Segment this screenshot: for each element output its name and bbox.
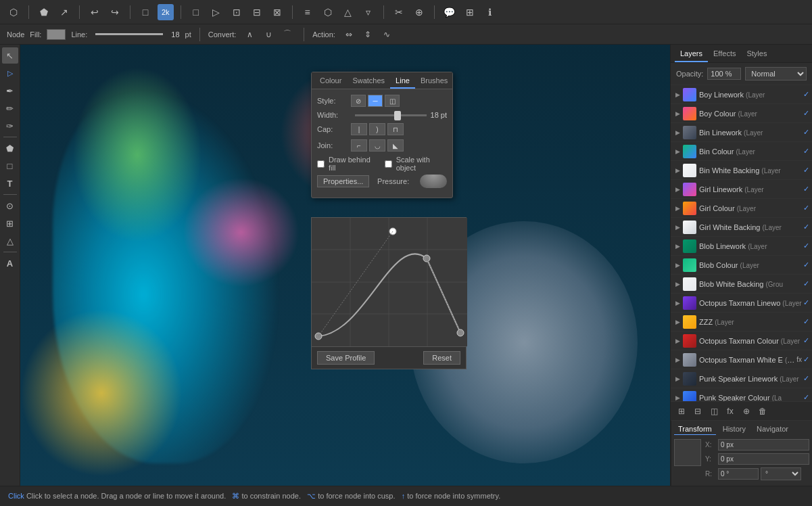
pencil-tool[interactable]: ✑ bbox=[2, 118, 18, 134]
minus-icon[interactable]: ⊟ bbox=[249, 4, 265, 20]
layer-blob-white-backing[interactable]: ▶ Blob White Backing (Grou ✓ bbox=[671, 275, 812, 294]
text-tool[interactable]: T bbox=[2, 175, 18, 191]
plus-icon[interactable]: ⊠ bbox=[269, 4, 285, 20]
expand-icon[interactable]: ▶ bbox=[673, 129, 682, 137]
expand-icon[interactable]: ▶ bbox=[673, 337, 682, 345]
layer-bin-white-backing[interactable]: ▶ Bin White Backing (Layer ✓ bbox=[671, 161, 812, 180]
expand-icon[interactable]: ▶ bbox=[673, 166, 682, 175]
layer-visible-check[interactable]: ✓ bbox=[803, 223, 809, 231]
layer-visible-check[interactable]: ✓ bbox=[803, 109, 809, 118]
r-unit-select[interactable]: ° bbox=[761, 467, 801, 480]
expand-icon[interactable]: ▶ bbox=[673, 261, 682, 269]
save-profile-button[interactable]: Save Profile bbox=[317, 351, 375, 365]
info-icon[interactable]: ℹ bbox=[482, 4, 498, 20]
layer-bin-linework[interactable]: ▶ Bin Linework (Layer ✓ bbox=[671, 123, 812, 142]
letter-a-tool[interactable]: A bbox=[2, 255, 18, 271]
layer-visible-check[interactable]: ✓ bbox=[803, 166, 809, 175]
expand-icon[interactable]: ▶ bbox=[673, 280, 682, 288]
copy-icon[interactable]: ⊕ bbox=[411, 4, 427, 20]
arrange2-icon[interactable]: ▿ bbox=[360, 4, 377, 20]
miter-join-btn[interactable]: ⌐ bbox=[351, 139, 367, 152]
new-icon[interactable]: ⬟ bbox=[36, 4, 52, 20]
triangle-tool[interactable]: △ bbox=[2, 233, 18, 249]
layer-visible-check[interactable]: ✓ bbox=[803, 147, 809, 156]
canvas-area[interactable]: Colour Swatches Line Brushes Style: ⊘ ─ … bbox=[20, 45, 670, 486]
layers-bottom-icon1[interactable]: ⊞ bbox=[675, 405, 688, 418]
colour-tab[interactable]: Colour bbox=[314, 74, 347, 89]
layer-girl-white-backing[interactable]: ▶ Girl White Backing (Layer ✓ bbox=[671, 218, 812, 237]
expand-icon[interactable]: ▶ bbox=[673, 242, 682, 250]
action1-icon[interactable]: ⇔ bbox=[341, 26, 357, 43]
move-icon[interactable]: □ bbox=[188, 4, 204, 20]
share-icon[interactable]: ↗ bbox=[56, 4, 72, 20]
width-slider[interactable] bbox=[355, 114, 427, 116]
expand-icon[interactable]: ▶ bbox=[673, 185, 682, 193]
x-input[interactable] bbox=[718, 439, 809, 451]
layer-girl-linework[interactable]: ▶ Girl Linework (Layer ✓ bbox=[671, 180, 812, 199]
measure-tool[interactable]: ⊞ bbox=[2, 215, 18, 231]
pointer-tool[interactable]: ↖ bbox=[2, 47, 18, 64]
layers-bottom-icon2[interactable]: ⊟ bbox=[691, 405, 704, 418]
convert-smooth-icon[interactable]: ∪ bbox=[260, 26, 277, 43]
layers-icon[interactable]: ⊞ bbox=[462, 4, 478, 20]
styles-tab[interactable]: Styles bbox=[741, 46, 772, 62]
effects-tab[interactable]: Effects bbox=[708, 46, 741, 62]
layer-visible-check[interactable]: ✓ bbox=[803, 242, 809, 250]
reset-button[interactable]: Reset bbox=[423, 351, 460, 365]
convert-sym-icon[interactable]: ⌒ bbox=[279, 26, 295, 43]
layer-blob-colour[interactable]: ▶ Blob Colour (Layer ✓ bbox=[671, 256, 812, 275]
expand-icon[interactable]: ▶ bbox=[673, 147, 682, 156]
layer-visible-check[interactable]: ✓ bbox=[803, 393, 809, 401]
layer-visible-check[interactable]: ✓ bbox=[803, 128, 809, 137]
shape-tool[interactable]: □ bbox=[2, 158, 18, 174]
solid-line-btn[interactable]: ─ bbox=[368, 95, 383, 107]
expand-icon[interactable]: ▶ bbox=[673, 318, 682, 326]
navigator-tab[interactable]: Navigator bbox=[753, 423, 792, 435]
fill-color-box[interactable] bbox=[47, 29, 66, 40]
expand-icon[interactable]: ▶ bbox=[673, 375, 682, 383]
square-cap-btn[interactable]: ⊓ bbox=[387, 123, 404, 135]
curve-canvas[interactable] bbox=[312, 218, 467, 346]
play-icon[interactable]: ▷ bbox=[208, 4, 224, 20]
transform2-icon[interactable]: ⬡ bbox=[320, 4, 336, 20]
layer-girl-colour[interactable]: ▶ Girl Colour (Layer ✓ bbox=[671, 199, 812, 218]
brushes-tab[interactable]: Brushes bbox=[415, 74, 453, 89]
convert-cusp-icon[interactable]: ∧ bbox=[241, 26, 258, 43]
layers-bottom-icon6[interactable]: 🗑 bbox=[756, 405, 769, 418]
layer-blob-linework[interactable]: ▶ Blob Linework (Layer ✓ bbox=[671, 237, 812, 256]
round-cap-btn[interactable]: ) bbox=[369, 123, 385, 135]
layer-visible-check[interactable]: ✓ bbox=[803, 90, 809, 99]
layer-visible-check[interactable]: ✓ bbox=[803, 204, 809, 212]
layer-visible-check[interactable]: ✓ bbox=[803, 336, 809, 345]
expand-icon[interactable]: ▶ bbox=[673, 204, 682, 212]
y-input[interactable] bbox=[718, 453, 809, 465]
app-icon[interactable]: ⬡ bbox=[5, 4, 22, 20]
butt-cap-btn[interactable]: | bbox=[351, 123, 367, 135]
chat-icon[interactable]: 💬 bbox=[441, 4, 458, 20]
view-icon[interactable]: □ bbox=[137, 4, 153, 20]
layers-tab[interactable]: Layers bbox=[675, 46, 708, 62]
round-join-btn[interactable]: ◡ bbox=[369, 139, 385, 152]
bevel-join-btn[interactable]: ◣ bbox=[387, 139, 404, 152]
pen-tool[interactable]: ✒ bbox=[2, 83, 18, 99]
history-tab[interactable]: History bbox=[719, 423, 750, 435]
layer-visible-check[interactable]: ✓ bbox=[803, 260, 809, 269]
swatches-tab[interactable]: Swatches bbox=[347, 74, 390, 89]
line-tab[interactable]: Line bbox=[390, 74, 415, 89]
width-thumb[interactable] bbox=[394, 111, 401, 120]
arrange-icon[interactable]: △ bbox=[340, 4, 356, 20]
layers-bottom-icon4[interactable]: fx bbox=[723, 405, 737, 418]
node-tool[interactable]: ▷ bbox=[2, 65, 18, 81]
gradient-btn[interactable]: ◫ bbox=[385, 95, 400, 107]
layer-visible-check[interactable]: ✓ bbox=[803, 317, 809, 326]
expand-icon[interactable]: ▶ bbox=[673, 223, 682, 231]
layers-bottom-icon3[interactable]: ◫ bbox=[707, 405, 721, 418]
no-line-btn[interactable]: ⊘ bbox=[351, 95, 366, 107]
layer-punk-linework[interactable]: ▶ Punk Speaker Linework (Layer ✓ bbox=[671, 369, 812, 388]
opacity-input[interactable] bbox=[707, 68, 741, 80]
undo-icon[interactable]: ↩ bbox=[87, 4, 103, 20]
layer-oct-taxman-linework[interactable]: ▶ Octopus Taxman Linewo (Layer ✓ bbox=[671, 294, 812, 313]
layer-visible-check[interactable]: ✓ bbox=[803, 279, 809, 288]
layers-bottom-icon5[interactable]: ⊕ bbox=[740, 405, 753, 418]
properties-button[interactable]: Properties... bbox=[317, 175, 369, 187]
